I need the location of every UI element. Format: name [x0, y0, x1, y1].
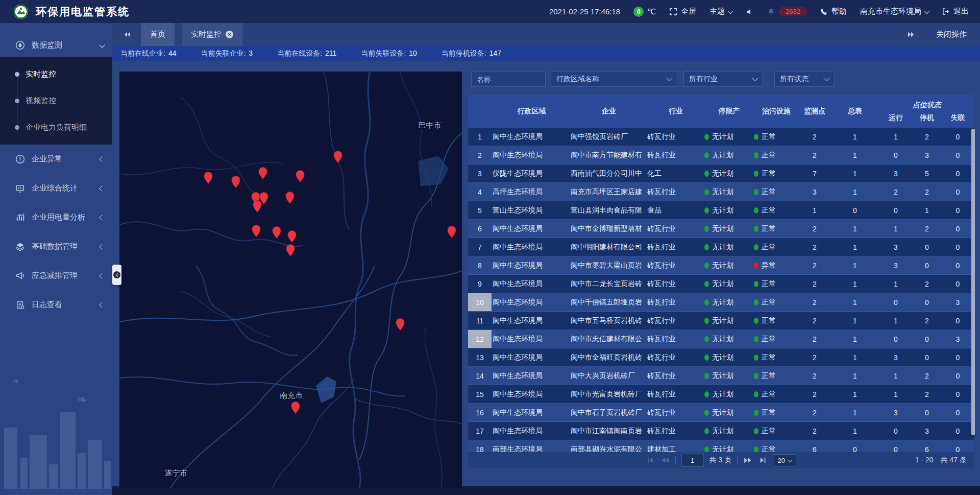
page-size-select[interactable]: 20 — [773, 454, 796, 466]
mute-button[interactable] — [746, 8, 754, 16]
limit-status-cell: 无计划 — [704, 238, 754, 256]
map-pin[interactable] — [296, 170, 305, 183]
company-cell: 阆中市金福旺页岩机砖 — [571, 348, 647, 366]
sidebar-collapse-handle[interactable] — [112, 265, 121, 285]
table-row[interactable]: 4 高坪生态环境局 南充市高坪区王家店建 砖瓦行业 无计划 正常 3 1 2 2… — [468, 183, 974, 201]
map-pin-icon — [447, 226, 456, 239]
facility-status-cell: 正常 — [754, 201, 799, 219]
tabs-scroll-left-button[interactable] — [119, 28, 135, 42]
help-button[interactable]: 帮助 — [820, 7, 847, 16]
table-row[interactable]: 5 营山生态环境局 营山县润丰肉食品有限 食品 无计划 正常 1 0 0 1 0 — [468, 201, 974, 220]
stats-bar: 当前在线企业: 44 当前失联企业: 3 当前在线设备: 211 当前失联设备:… — [112, 46, 980, 61]
region-cell: 阆中生态环境局 — [492, 293, 571, 311]
sidebar-subitem-power-load-detail[interactable]: 企业电力负荷明细 — [0, 114, 112, 140]
map-pin[interactable] — [287, 230, 297, 243]
table-row[interactable]: 16 阆中生态环境局 阆中市石子页岩机砖厂 砖瓦行业 无计划 正常 2 1 3 … — [468, 404, 974, 422]
table-row[interactable]: 6 阆中生态环境局 阆中市金博瑞新型墙材 砖瓦行业 无计划 正常 2 1 1 2… — [468, 220, 974, 238]
sidebar-item-enterprise-abnormal[interactable]: 企业异常 — [0, 145, 112, 174]
table-row[interactable]: 8 阆中生态环境局 阆中市枣碧大梁山页岩 砖瓦行业 无计划 异常 2 1 3 0… — [468, 256, 974, 275]
tab-realtime-monitor[interactable]: 实时监控 × — [182, 23, 242, 46]
previous-page-button[interactable] — [660, 456, 670, 465]
map-pin-icon — [258, 167, 268, 179]
sidebar-item-enterprise-statistics[interactable]: 企业综合统计 — [0, 174, 112, 203]
status-dot-icon — [704, 410, 709, 416]
lost-count-cell: 0 — [942, 367, 974, 385]
table-row[interactable]: 14 阆中生态环境局 阆中大兴页岩机砖厂 砖瓦行业 无计划 正常 2 1 1 2… — [468, 367, 974, 385]
map-pin[interactable] — [333, 150, 343, 163]
map-pin[interactable] — [231, 175, 241, 188]
table-row[interactable]: 2 阆中生态环境局 阆中市南方节能建材有 砖瓦行业 无计划 正常 2 1 0 3… — [468, 146, 974, 164]
map-pin[interactable] — [258, 167, 268, 179]
company-cell: 南充市高坪区王家店建 — [571, 183, 647, 201]
tab-close-icon[interactable]: × — [226, 31, 233, 38]
close-operations-button[interactable]: 关闭操作 — [936, 30, 967, 39]
table-row[interactable]: 13 阆中生态环境局 阆中市金福旺页岩机砖 砖瓦行业 无计划 正常 2 1 3 … — [468, 348, 974, 367]
map-pin[interactable] — [285, 244, 295, 257]
status-dot-icon — [704, 152, 709, 158]
sidebar-subitem-realtime-monitor[interactable]: 实时监控 — [0, 61, 112, 87]
table-row[interactable]: 7 阆中生态环境局 阆中明阳建材有限公司 砖瓦行业 无计划 正常 2 1 3 0… — [468, 238, 974, 256]
table-row[interactable]: 18 南部生态环境局 南部县砌兴水泥有限公 建材加工 无计划 正常 6 0 0 … — [468, 440, 974, 452]
facility-status-label: 正常 — [762, 316, 776, 325]
pagination-bar: 共 3 页 20 1 - 20 — [468, 452, 974, 468]
lost-count-cell: 0 — [942, 183, 974, 201]
map-pin[interactable] — [290, 402, 300, 414]
subitem-label: 实时监控 — [26, 69, 56, 79]
name-search-input[interactable] — [471, 72, 546, 87]
map-pin[interactable] — [447, 226, 456, 239]
speaker-icon — [746, 8, 754, 16]
map-pin[interactable] — [272, 226, 281, 239]
table-row[interactable]: 12 阆中生态环境局 阆中市忠信建材有限公 砖瓦行业 无计划 正常 2 1 0 … — [468, 330, 974, 348]
stop-count-cell: 6 — [912, 440, 942, 452]
map-pin[interactable] — [285, 191, 295, 204]
region-cell: 阆中生态环境局 — [492, 128, 571, 146]
table-row[interactable]: 11 阆中生态环境局 阆中市五马桥页岩机砖 砖瓦行业 无计划 正常 2 1 1 … — [468, 312, 974, 330]
map-pin[interactable] — [252, 200, 262, 213]
run-count-cell: 3 — [879, 348, 912, 366]
stop-count-cell: 2 — [912, 312, 942, 329]
map-pin[interactable] — [251, 224, 261, 237]
notifications[interactable]: 2632 — [767, 7, 807, 16]
map-panel[interactable]: 巴中市南充市遂宁市 — [119, 72, 462, 488]
sidebar-item-power-analysis[interactable]: 企业用电量分析 — [0, 203, 112, 232]
stop-count-cell: 0 — [912, 348, 942, 366]
facility-status-cell: 正常 — [754, 146, 799, 164]
sidebar-item-base-data[interactable]: 基础数据管理 — [0, 232, 112, 261]
theme-menu[interactable]: 主题 — [709, 7, 732, 16]
status-select[interactable]: 所有状态 — [774, 72, 835, 87]
tabs-scroll-right-button[interactable] — [903, 28, 919, 42]
row-number-cell: 2 — [468, 146, 492, 164]
map-pin-icon — [251, 224, 261, 237]
table-row[interactable]: 1 阆中生态环境局 阆中强锐页岩砖厂 砖瓦行业 无计划 正常 2 1 1 2 0 — [468, 128, 974, 146]
last-page-button[interactable] — [758, 456, 767, 465]
fullscreen-button[interactable]: 全屏 — [669, 7, 696, 16]
col-header-company: 企业 — [571, 95, 647, 128]
sidebar-item-emergency-reduction[interactable]: 应急减排管理 — [0, 261, 112, 290]
sidebar-subitem-video-monitor[interactable]: 视频监控 — [0, 87, 112, 114]
org-label: 南充市生态环境局 — [860, 7, 921, 16]
table-row[interactable]: 9 阆中生态环境局 阆中市二龙长宝页岩砖 砖瓦行业 无计划 正常 2 1 1 2… — [468, 275, 974, 293]
status-dot-icon — [704, 134, 709, 140]
industry-select[interactable]: 所有行业 — [683, 72, 763, 87]
table-row[interactable]: 15 阆中生态环境局 阆中市光富页岩机砖厂 砖瓦行业 无计划 正常 2 1 1 … — [468, 385, 974, 404]
map-pin[interactable] — [203, 171, 213, 184]
meters-cell: 1 — [830, 220, 879, 238]
tab-home[interactable]: 首页 — [141, 23, 175, 46]
table-row[interactable]: 3 仪陇生态环境局 西南油气田分公司川中 化工 无计划 正常 7 1 3 5 0 — [468, 164, 974, 183]
page-number-input[interactable] — [681, 454, 704, 467]
table-scrollbar[interactable] — [971, 129, 975, 435]
next-page-button[interactable] — [743, 456, 752, 465]
logout-button[interactable]: 退出 — [942, 7, 969, 16]
first-page-button[interactable] — [646, 456, 655, 465]
data-monitor-icon — [15, 40, 25, 50]
company-cell: 阆中市枣碧大梁山页岩 — [571, 256, 647, 274]
table-row[interactable]: 17 阆中生态环境局 阆中市江南镇阆南页岩 砖瓦行业 无计划 正常 2 1 0 … — [468, 422, 974, 440]
points-cell: 2 — [799, 256, 830, 274]
table-row[interactable]: 10 阆中生态环境局 阆中千佛镇五郎垭页岩 砖瓦行业 无计划 正常 2 1 0 … — [468, 293, 974, 312]
map-pin[interactable] — [396, 318, 405, 331]
sidebar-item-log-view[interactable]: 日志查看 — [0, 290, 112, 319]
org-menu[interactable]: 南充市生态环境局 — [860, 7, 929, 16]
sidebar-item-data-monitor[interactable]: 数据监测 — [0, 33, 112, 57]
industry-cell: 砖瓦行业 — [647, 238, 704, 256]
region-select[interactable]: 行政区域名称 — [551, 72, 677, 87]
